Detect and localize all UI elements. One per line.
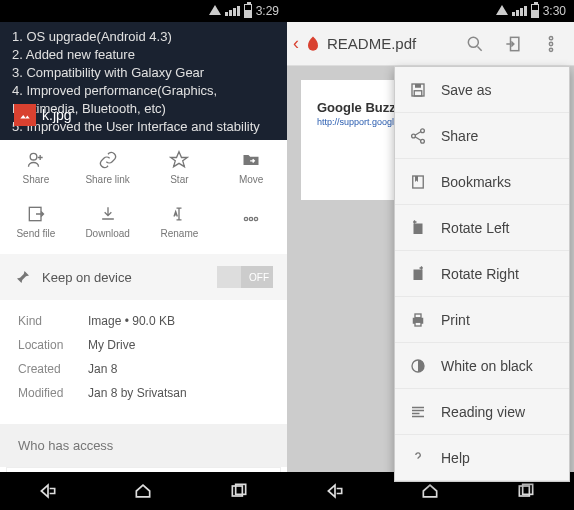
svg-rect-20 (414, 269, 423, 280)
svg-rect-22 (415, 314, 421, 318)
phone-left: 3:29 1. OS upgrade(Android 4.3) 2. Added… (0, 0, 287, 510)
statusbar: 3:30 (287, 0, 574, 22)
preview-line: 3. Compatibility with Galaxy Gear (12, 64, 275, 82)
menu-reading-view[interactable]: Reading view (395, 389, 569, 435)
preview-line: 2. Added new feature (12, 46, 275, 64)
send-file-button[interactable]: Send file (0, 194, 72, 248)
menu-share[interactable]: Share (395, 113, 569, 159)
svg-rect-14 (414, 90, 422, 95)
signal-icon (225, 6, 240, 16)
recent-nav-icon[interactable] (514, 481, 538, 501)
file-badge: k.jpg (14, 104, 72, 126)
svg-point-2 (244, 217, 247, 220)
svg-point-10 (549, 42, 552, 45)
app-bar-title: README.pdf (327, 35, 454, 52)
menu-print[interactable]: Print (395, 297, 569, 343)
home-nav-icon[interactable] (418, 481, 442, 501)
back-nav-icon[interactable] (323, 481, 347, 501)
access-header: Who has access (0, 424, 287, 467)
svg-rect-13 (415, 84, 421, 88)
status-time: 3:30 (543, 4, 566, 18)
wifi-icon (209, 4, 221, 18)
share-button[interactable]: Share (0, 140, 72, 194)
search-button[interactable] (458, 27, 492, 61)
menu-help[interactable]: Help (395, 435, 569, 481)
phone-right: 3:30 ‹ README.pdf Google Buzz http://sup… (287, 0, 574, 510)
rename-button[interactable]: Rename (144, 194, 216, 248)
back-icon[interactable]: ‹ (293, 33, 299, 54)
open-button[interactable] (496, 27, 530, 61)
pdf-icon (303, 34, 323, 54)
menu-white-on-black[interactable]: White on black (395, 343, 569, 389)
action-bar: Share Share link Star Move Send file Dow… (0, 140, 287, 248)
wifi-icon (496, 4, 508, 18)
menu-bookmarks[interactable]: Bookmarks (395, 159, 569, 205)
back-nav-icon[interactable] (36, 481, 60, 501)
pdf-viewer: ‹ README.pdf Google Buzz http://support.… (287, 22, 574, 472)
overflow-menu: Save as Share Bookmarks Rotate Left Rota… (394, 66, 570, 482)
keep-on-device-row: Keep on device OFF (0, 254, 287, 300)
file-details: KindImage • 90.0 KB LocationMy Drive Cre… (0, 300, 287, 424)
move-button[interactable]: Move (215, 140, 287, 194)
svg-point-4 (254, 217, 257, 220)
svg-point-7 (468, 37, 478, 47)
download-button[interactable]: Download (72, 194, 144, 248)
menu-save-as[interactable]: Save as (395, 67, 569, 113)
svg-rect-19 (414, 223, 423, 234)
pin-icon (14, 268, 32, 286)
nav-bar (0, 472, 287, 510)
status-time: 3:29 (256, 4, 279, 18)
signal-icon (512, 6, 527, 16)
file-preview: 1. OS upgrade(Android 4.3) 2. Added new … (0, 22, 287, 140)
battery-icon (531, 4, 539, 18)
overflow-button[interactable] (534, 27, 568, 61)
app-bar: ‹ README.pdf (287, 22, 574, 66)
keep-label: Keep on device (42, 270, 132, 285)
star-button[interactable]: Star (144, 140, 216, 194)
svg-point-11 (549, 48, 552, 51)
svg-rect-23 (415, 322, 421, 326)
statusbar: 3:29 (0, 0, 287, 22)
home-nav-icon[interactable] (131, 481, 155, 501)
filename: k.jpg (42, 106, 72, 124)
svg-point-0 (30, 153, 37, 160)
more-button[interactable] (215, 194, 287, 248)
menu-rotate-right[interactable]: Rotate Right (395, 251, 569, 297)
image-file-icon (14, 104, 36, 126)
svg-point-9 (549, 36, 552, 39)
battery-icon (244, 4, 252, 18)
share-link-button[interactable]: Share link (72, 140, 144, 194)
preview-line: 1. OS upgrade(Android 4.3) (12, 28, 275, 46)
drive-file-sheet: 1. OS upgrade(Android 4.3) 2. Added new … (0, 22, 287, 472)
menu-rotate-left[interactable]: Rotate Left (395, 205, 569, 251)
keep-toggle[interactable]: OFF (217, 266, 273, 288)
recent-nav-icon[interactable] (227, 481, 251, 501)
svg-point-3 (249, 217, 252, 220)
